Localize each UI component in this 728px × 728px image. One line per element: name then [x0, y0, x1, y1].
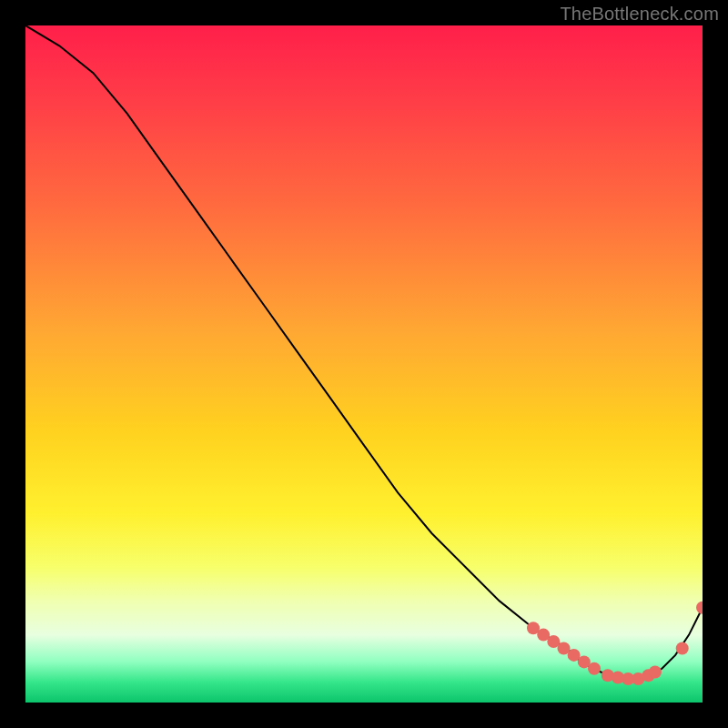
chart-plot-area: [25, 25, 703, 703]
data-point: [649, 666, 662, 679]
data-point: [547, 635, 560, 648]
chart-stage: TheBottleneck.com: [0, 0, 728, 728]
data-point: [632, 672, 644, 685]
data-point: [527, 622, 540, 634]
data-points: [527, 602, 703, 685]
data-point: [642, 669, 655, 682]
data-point: [676, 642, 689, 655]
data-point: [622, 672, 634, 685]
data-point: [568, 649, 581, 662]
data-point: [537, 629, 550, 642]
data-point: [696, 602, 703, 614]
data-point: [602, 669, 614, 682]
data-point: [558, 642, 571, 655]
data-point: [612, 672, 624, 684]
watermark-text: TheBottleneck.com: [560, 4, 719, 25]
chart-svg: [25, 25, 703, 703]
curve-line: [25, 25, 703, 679]
data-point: [578, 655, 591, 668]
data-point: [588, 662, 601, 675]
